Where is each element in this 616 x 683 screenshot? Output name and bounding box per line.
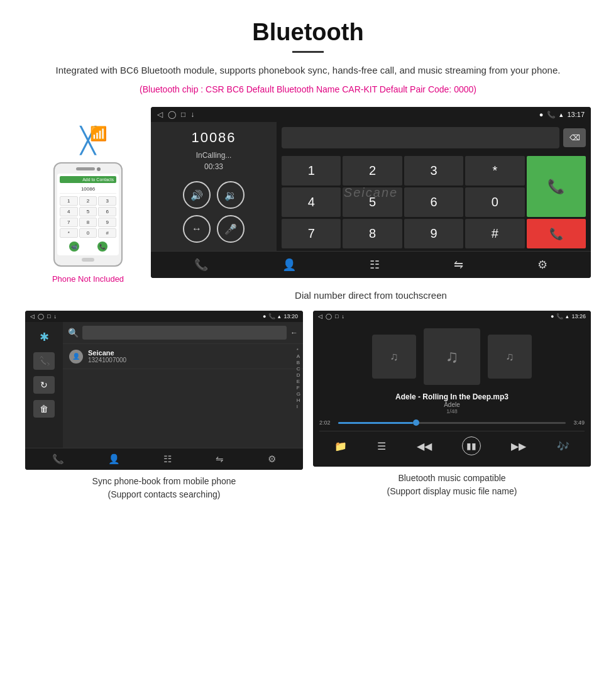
- phone-key-8[interactable]: 8: [79, 218, 97, 227]
- delete-sidebar-icon[interactable]: 🗑: [33, 400, 55, 418]
- volume-up-button[interactable]: 🔊: [183, 181, 211, 209]
- phone-key-4[interactable]: 4: [60, 207, 78, 216]
- music-album-next: ♫: [488, 335, 532, 379]
- phone-key-hash[interactable]: #: [98, 228, 116, 238]
- dial-key-1[interactable]: 1: [282, 156, 341, 186]
- music-time-total: 3:49: [569, 419, 585, 426]
- dial-key-3[interactable]: 3: [404, 156, 463, 186]
- music-album-main: ♫: [424, 328, 480, 385]
- dial-key-6[interactable]: 6: [404, 187, 463, 217]
- dial-key-5[interactable]: 5: [343, 187, 402, 217]
- pb-search-field[interactable]: [82, 326, 287, 340]
- dial-input-field[interactable]: [282, 127, 559, 148]
- pb-home-icon[interactable]: ◯: [38, 313, 44, 319]
- music-time: 13:26: [571, 313, 586, 319]
- transfer-button[interactable]: ↔: [183, 215, 211, 243]
- music-back-icon[interactable]: ◁: [318, 313, 322, 319]
- volume-down-button[interactable]: 🔉: [217, 181, 245, 209]
- dial-key-9[interactable]: 9: [404, 219, 463, 248]
- dial-key-4[interactable]: 4: [282, 187, 341, 217]
- music-next-icon[interactable]: ▶▶: [511, 440, 526, 452]
- phone-side: ╳ 📶 Add to Contacts 10086 1 2 3: [25, 107, 151, 284]
- dial-caption: Dial number direct from touchscreen: [151, 290, 591, 301]
- calls-nav-icon[interactable]: 📞: [194, 258, 208, 272]
- dial-key-2[interactable]: 2: [343, 156, 402, 186]
- phonebook-sidebar: ✱ 📞 ↻ 🗑: [25, 322, 63, 448]
- music-note-main-icon: ♫: [446, 347, 459, 367]
- pb-recents-icon[interactable]: □: [47, 313, 50, 319]
- phone-key-6[interactable]: 6: [98, 207, 116, 216]
- pb-search-icon[interactable]: 🔍: [68, 328, 79, 338]
- music-eq-icon[interactable]: 🎶: [557, 440, 569, 452]
- phone-key-9[interactable]: 9: [98, 218, 116, 227]
- music-playlist-icon[interactable]: ☰: [377, 440, 386, 452]
- phonebook-body: ✱ 📞 ↻ 🗑 🔍 ← 👤: [25, 322, 303, 448]
- pb-search-row: 🔍 ←: [63, 322, 303, 344]
- phone-screen-header: Add to Contacts: [60, 176, 116, 183]
- dial-key-star[interactable]: *: [465, 156, 524, 186]
- home-nav-icon[interactable]: ◯: [168, 110, 176, 119]
- dial-controls: 🔊 🔉 ↔ 🎤: [183, 181, 245, 243]
- end-call-button[interactable]: 📞: [527, 219, 586, 248]
- phone-key-0[interactable]: 0: [79, 228, 97, 238]
- dial-right-panel: ⌫ 1 2 3 * 📞 4 5 6 0 7: [277, 122, 591, 251]
- phone-call-button[interactable]: 📞: [97, 242, 107, 252]
- phone-key-star[interactable]: *: [60, 228, 78, 238]
- phone-video-button[interactable]: 📹: [69, 242, 79, 252]
- music-track-name: Adele - Rolling In the Deep.mp3: [319, 392, 585, 401]
- phone-home-button[interactable]: [82, 258, 94, 262]
- music-artist-name: Adele: [319, 401, 585, 408]
- location-icon: ●: [539, 111, 544, 118]
- bottom-screenshots: ◁ ◯ □ ↓ ● 📞 ▴ 13:20 ✱ 📞: [25, 311, 591, 501]
- car-status-bar: ◁ ◯ □ ↓ ● 📞 ▴ 13:17: [151, 107, 591, 122]
- music-status-right: ● 📞 ▴ 13:26: [551, 313, 586, 319]
- refresh-sidebar-icon[interactable]: ↻: [33, 376, 55, 394]
- music-caption-line1: Bluetooth music compatible: [313, 472, 591, 485]
- music-play-button[interactable]: ▮▮: [462, 436, 481, 455]
- dial-key-hash[interactable]: #: [465, 219, 524, 248]
- music-prev-icon[interactable]: ◀◀: [417, 440, 432, 452]
- phone-key-2[interactable]: 2: [79, 196, 97, 206]
- phone-key-5[interactable]: 5: [79, 207, 97, 216]
- pb-status-right: ● 📞 ▴ 13:20: [263, 313, 298, 319]
- phone-bottom-buttons: 📹 📞: [60, 240, 116, 253]
- music-folder-icon[interactable]: 📁: [334, 440, 347, 452]
- add-to-contacts-label: Add to Contacts: [82, 177, 114, 182]
- transfer-nav-icon[interactable]: ⇋: [454, 258, 463, 272]
- pb-calls-nav[interactable]: 📞: [52, 453, 64, 465]
- dialpad-nav-icon[interactable]: ☷: [370, 258, 380, 272]
- music-home-icon[interactable]: ◯: [326, 313, 332, 319]
- page-wrapper: Bluetooth Integrated with BC6 Bluetooth …: [0, 0, 616, 526]
- pb-transfer-nav[interactable]: ⇋: [216, 453, 224, 465]
- phone-keypad: 1 2 3 4 5 6 7 8 9 * 0 #: [60, 196, 116, 238]
- dial-key-7[interactable]: 7: [282, 219, 341, 248]
- contacts-nav-icon[interactable]: 👤: [282, 258, 296, 272]
- pb-location-icon: ●: [263, 313, 266, 319]
- phone-key-1[interactable]: 1: [60, 196, 78, 206]
- dial-key-8[interactable]: 8: [343, 219, 402, 248]
- music-controls: 📁 ☰ ◀◀ ▮▮ ▶▶ 🎶: [319, 431, 585, 460]
- pb-contact-item[interactable]: 👤 Seicane 13241007000: [63, 344, 303, 369]
- music-recents-icon[interactable]: □: [335, 313, 338, 319]
- phone-sidebar-icon[interactable]: 📞: [33, 352, 55, 370]
- pb-back-arrow-icon[interactable]: ←: [290, 328, 298, 337]
- status-time: 13:17: [567, 111, 585, 118]
- pb-contacts-nav[interactable]: 👤: [108, 453, 120, 465]
- recents-nav-icon[interactable]: □: [181, 110, 185, 119]
- music-call-icon: 📞: [556, 313, 563, 319]
- dial-key-0[interactable]: 0: [465, 187, 524, 217]
- pb-settings-nav[interactable]: ⚙: [268, 453, 276, 465]
- pb-dialpad-nav[interactable]: ☷: [163, 453, 172, 465]
- back-nav-icon[interactable]: ◁: [157, 110, 163, 119]
- bluetooth-sidebar-icon[interactable]: ✱: [33, 328, 55, 346]
- pb-back-icon[interactable]: ◁: [30, 313, 35, 319]
- microphone-button[interactable]: 🎤: [217, 215, 245, 243]
- phone-key-7[interactable]: 7: [60, 218, 78, 227]
- pb-contact-number: 13241007000: [88, 357, 126, 364]
- phone-key-3[interactable]: 3: [98, 196, 116, 206]
- backspace-button[interactable]: ⌫: [563, 128, 586, 147]
- call-green-button[interactable]: 📞: [527, 156, 586, 217]
- music-progress-bar[interactable]: [338, 422, 566, 424]
- settings-nav-icon[interactable]: ⚙: [537, 258, 547, 272]
- call-duration: 00:33: [204, 162, 223, 171]
